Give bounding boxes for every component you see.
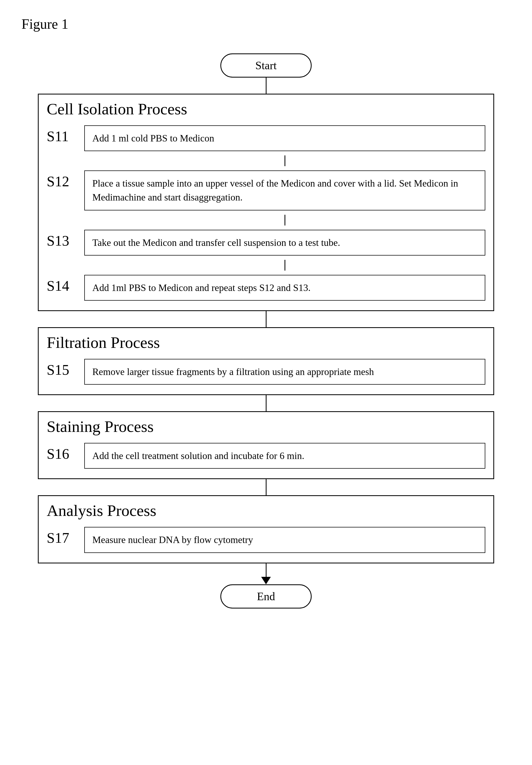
- connector-analysis-to-end: [266, 563, 266, 577]
- step-row-s13: S13 Take out the Medicon and transfer ce…: [39, 226, 493, 260]
- step-label-s14: S14: [47, 275, 76, 294]
- step-row-s16: S16 Add the cell treatment solution and …: [39, 438, 493, 473]
- connector-s12-s13: [284, 215, 285, 226]
- step-label-s16: S16: [47, 443, 76, 462]
- connector-s13-s14: [284, 260, 285, 271]
- step-row-s12: S12 Place a tissue sample into an upper …: [39, 166, 493, 215]
- end-capsule: End: [221, 584, 311, 608]
- connector-s11-s12: [284, 155, 285, 166]
- arrow-to-end: [261, 577, 271, 584]
- cell-isolation-group: Cell Isolation Process S11 Add 1 ml cold…: [38, 94, 494, 311]
- figure-label: Figure 1: [21, 16, 511, 32]
- cell-isolation-title: Cell Isolation Process: [39, 95, 493, 121]
- staining-group: Staining Process S16 Add the cell treatm…: [38, 411, 494, 479]
- step-box-s16: Add the cell treatment solution and incu…: [84, 443, 485, 469]
- step-box-s12: Place a tissue sample into an upper vess…: [84, 171, 485, 210]
- step-row-s11: S11 Add 1 ml cold PBS to Medicon: [39, 121, 493, 155]
- start-capsule: Start: [221, 53, 311, 78]
- step-box-s17: Measure nuclear DNA by flow cytometry: [84, 527, 485, 553]
- connector-start-to-cell-isolation: [266, 78, 266, 94]
- connector-staining-to-analysis: [266, 479, 266, 495]
- step-label-s15: S15: [47, 359, 76, 378]
- step-row-s17: S17 Measure nuclear DNA by flow cytometr…: [39, 523, 493, 557]
- step-box-s14: Add 1ml PBS to Medicon and repeat steps …: [84, 275, 485, 301]
- step-label-s11: S11: [47, 125, 76, 145]
- filtration-title: Filtration Process: [39, 328, 493, 355]
- step-row-s15: S15 Remove larger tissue fragments by a …: [39, 355, 493, 389]
- connector-filtration-to-staining: [266, 395, 266, 411]
- step-box-s11: Add 1 ml cold PBS to Medicon: [84, 125, 485, 151]
- analysis-title: Analysis Process: [39, 496, 493, 523]
- step-box-s13: Take out the Medicon and transfer cell s…: [84, 230, 485, 256]
- analysis-group: Analysis Process S17 Measure nuclear DNA…: [38, 495, 494, 563]
- step-row-s14: S14 Add 1ml PBS to Medicon and repeat st…: [39, 271, 493, 305]
- step-box-s15: Remove larger tissue fragments by a filt…: [84, 359, 485, 384]
- step-label-s17: S17: [47, 527, 76, 546]
- filtration-group: Filtration Process S15 Remove larger tis…: [38, 327, 494, 395]
- staining-title: Staining Process: [39, 412, 493, 438]
- connector-cell-isolation-to-filtration: [266, 311, 266, 327]
- step-label-s13: S13: [47, 230, 76, 249]
- step-label-s12: S12: [47, 171, 76, 190]
